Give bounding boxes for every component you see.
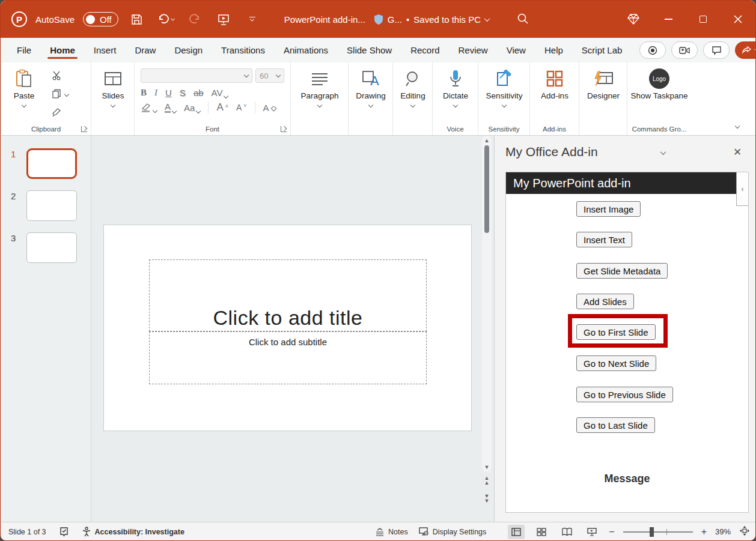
previous-slide-button[interactable]: ▲▲ [482, 476, 492, 485]
tab-animations[interactable]: Animations [282, 40, 329, 61]
bold-button[interactable]: B [141, 88, 147, 98]
comments-button[interactable] [703, 41, 730, 59]
record-button[interactable] [639, 41, 666, 59]
insert-image-button[interactable]: Insert Image [576, 201, 641, 217]
highlight-color-button[interactable] [141, 103, 157, 112]
character-spacing-button[interactable]: AV [212, 88, 228, 98]
quick-access-toolbar-menu[interactable] [242, 9, 263, 29]
zoom-slider-thumb[interactable] [650, 527, 654, 537]
next-slide-button[interactable]: ▼▼ [482, 494, 492, 503]
editing-button[interactable]: Editing [393, 62, 433, 120]
zoom-out-button[interactable]: − [609, 527, 614, 537]
notes-button[interactable]: Notes [375, 528, 408, 536]
go-to-last-slide-button[interactable]: Go to Last Slide [576, 417, 655, 433]
spell-check-button[interactable] [59, 527, 69, 537]
title-placeholder[interactable]: Click to add title [149, 259, 427, 331]
paragraph-button[interactable]: Paragraph [291, 62, 349, 120]
cut-button[interactable] [52, 68, 69, 82]
get-slide-metadata-button[interactable]: Get Slide Metadata [576, 263, 668, 279]
tab-slide-show[interactable]: Slide Show [346, 40, 393, 61]
addins-button[interactable]: Add-ins [530, 62, 579, 113]
slide-thumbnail-2[interactable] [26, 190, 77, 221]
start-slideshow-button[interactable] [213, 9, 234, 29]
font-color-glyph: A [165, 102, 171, 113]
tab-script-lab[interactable]: Script Lab [581, 40, 624, 61]
slide-sorter-view-button[interactable] [533, 525, 550, 539]
show-taskpane-button[interactable]: Logo Show Taskpane [627, 62, 691, 113]
shrink-glyph: A [236, 103, 242, 112]
increase-font-size-button[interactable]: A˄ [216, 101, 228, 113]
insert-text-button[interactable]: Insert Text [576, 232, 632, 247]
redo-button[interactable] [184, 9, 205, 29]
maximize-button[interactable] [686, 4, 721, 34]
paste-button[interactable]: Paste [1, 62, 47, 120]
share-button[interactable] [735, 41, 756, 59]
teams-meeting-button[interactable] [671, 41, 698, 59]
tab-home[interactable]: Home [49, 40, 76, 61]
go-to-first-slide-button[interactable]: Go to First Slide [576, 324, 656, 340]
tab-file[interactable]: File [16, 40, 32, 61]
tab-insert[interactable]: Insert [93, 40, 118, 61]
font-color-button[interactable]: A [165, 102, 176, 113]
tab-draw[interactable]: Draw [133, 40, 157, 61]
scroll-up-icon[interactable]: ▲ [484, 138, 490, 144]
scrollbar-thumb[interactable] [484, 145, 489, 233]
taskpane-resize-handle[interactable]: ‹ [736, 172, 748, 206]
underline-button[interactable]: U [165, 88, 172, 98]
tab-record[interactable]: Record [409, 40, 440, 61]
slide-indicator[interactable]: Slide 1 of 3 [8, 528, 46, 536]
add-slides-button[interactable]: Add Slides [576, 294, 634, 309]
font-size-combobox[interactable]: 60 [255, 68, 284, 83]
strikethrough-button[interactable]: ab [194, 88, 204, 98]
zoom-level[interactable]: 39% [715, 527, 731, 536]
change-case-button[interactable]: Aa [184, 103, 200, 113]
taskpane-close-button[interactable]: ✕ [728, 146, 746, 159]
italic-button[interactable]: I [154, 88, 157, 98]
minimize-button[interactable] [651, 4, 686, 34]
clear-formatting-button[interactable]: A [263, 103, 276, 113]
font-dialog-launcher[interactable] [281, 126, 287, 132]
save-status[interactable]: G... • Saved to this PC [374, 14, 489, 25]
slides-button[interactable]: Slides [91, 62, 135, 120]
autosave-toggle[interactable]: Off [83, 12, 118, 26]
zoom-in-button[interactable]: + [701, 527, 707, 537]
tab-view[interactable]: View [505, 40, 527, 61]
search-button[interactable] [517, 13, 529, 26]
tab-transitions[interactable]: Transitions [220, 40, 266, 61]
designer-button[interactable]: Designer [579, 62, 627, 120]
display-settings-icon [419, 527, 429, 536]
copy-button[interactable] [52, 87, 69, 100]
go-to-next-slide-button[interactable]: Go to Next Slide [576, 355, 656, 371]
normal-view-button[interactable] [508, 525, 525, 539]
subtitle-placeholder[interactable]: Click to add subtitle [149, 331, 427, 384]
text-shadow-button[interactable]: S [180, 88, 186, 98]
zoom-slider[interactable] [623, 531, 693, 533]
fit-slide-to-window-button[interactable] [739, 525, 750, 538]
close-button[interactable] [721, 4, 755, 34]
taskpane-menu-button[interactable] [654, 147, 672, 157]
reading-view-button[interactable] [558, 525, 575, 539]
sensitivity-button[interactable]: Sensitivity [478, 62, 530, 113]
undo-button[interactable] [156, 9, 176, 29]
display-settings-button[interactable]: Display Settings [419, 527, 487, 536]
clipboard-dialog-launcher[interactable] [81, 126, 87, 132]
slide-canvas[interactable]: Click to add title Click to add subtitle [103, 225, 472, 431]
decrease-font-size-button[interactable]: A˅ [236, 103, 247, 112]
accessibility-status[interactable]: Accessibility: Investigate [82, 527, 184, 537]
slide-thumbnail-3[interactable] [26, 232, 77, 263]
tab-help[interactable]: Help [543, 40, 564, 61]
go-to-previous-slide-button[interactable]: Go to Previous Slide [576, 387, 673, 402]
font-name-combobox[interactable] [141, 68, 252, 83]
save-button[interactable] [127, 9, 147, 29]
tab-design[interactable]: Design [173, 40, 204, 61]
collapse-ribbon-button[interactable] [735, 124, 740, 128]
slideshow-view-button[interactable] [584, 525, 600, 539]
dictate-button[interactable]: Dictate [433, 62, 478, 113]
slide-thumbnail-1[interactable] [26, 148, 77, 179]
drawing-button[interactable]: A Drawing [349, 62, 393, 120]
vertical-scrollbar[interactable]: ▲ ▼ [482, 136, 492, 472]
scroll-down-icon[interactable]: ▼ [484, 464, 490, 470]
tab-review[interactable]: Review [457, 40, 489, 61]
premium-gem-button[interactable] [616, 4, 651, 34]
format-painter-button[interactable] [52, 106, 69, 119]
